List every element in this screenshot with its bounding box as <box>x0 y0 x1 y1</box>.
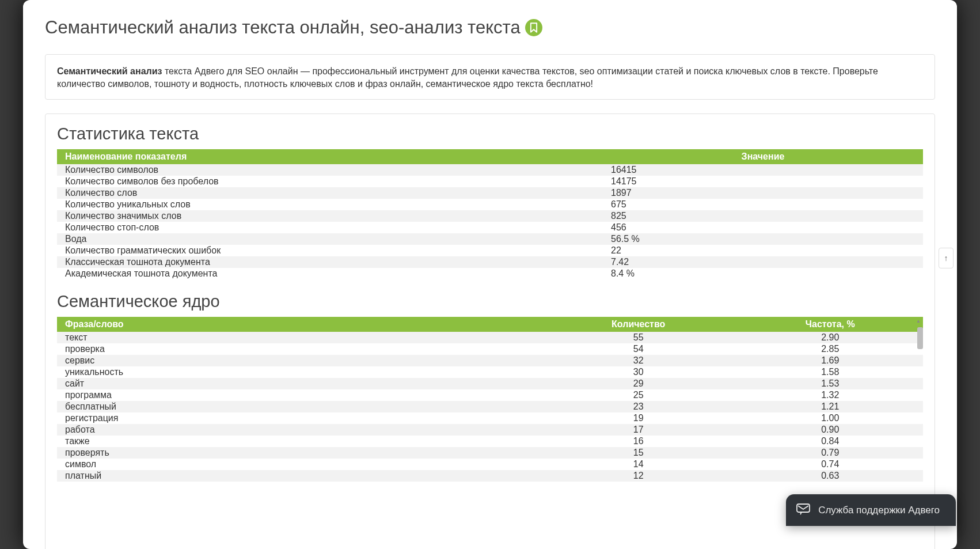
semantic-freq: 0.79 <box>737 447 923 459</box>
stats-table: Наименование показателя Значение Количес… <box>57 149 923 279</box>
stat-name: Классическая тошнота документа <box>57 256 603 268</box>
stat-name: Количество символов без пробелов <box>57 176 603 187</box>
semantic-phrase: работа <box>57 424 540 436</box>
semantic-phrase: проверять <box>57 447 540 459</box>
table-row: Количество уникальных слов675 <box>57 199 923 210</box>
semantic-count: 55 <box>540 332 737 343</box>
semantic-freq: 1.32 <box>737 389 923 401</box>
semantic-phrase: сервис <box>57 355 540 366</box>
table-row: Вода56.5 % <box>57 233 923 245</box>
stat-value: 825 <box>603 210 923 222</box>
semantic-count: 25 <box>540 389 737 401</box>
support-label: Служба поддержки Адвего <box>818 505 940 516</box>
table-row: сайт291.53 <box>57 378 923 389</box>
stat-name: Количество уникальных слов <box>57 199 603 210</box>
semantic-table: Фраза/слово Количество Частота, % текст5… <box>57 317 923 482</box>
semantic-heading: Семантическое ядро <box>57 292 923 311</box>
table-row: Количество грамматических ошибок22 <box>57 245 923 256</box>
semantic-freq: 1.69 <box>737 355 923 366</box>
table-row: регистрация191.00 <box>57 412 923 424</box>
stat-value: 16415 <box>603 164 923 176</box>
semantic-phrase: также <box>57 436 540 447</box>
stats-col-name: Наименование показателя <box>57 149 603 164</box>
table-row: проверять150.79 <box>57 447 923 459</box>
semantic-freq: 2.90 <box>737 332 923 343</box>
table-row: Классическая тошнота документа7.42 <box>57 256 923 268</box>
stat-value: 456 <box>603 222 923 233</box>
table-row: проверка542.85 <box>57 343 923 355</box>
table-row: сервис321.69 <box>57 355 923 366</box>
stat-value: 14175 <box>603 176 923 187</box>
table-row: Количество символов без пробелов14175 <box>57 176 923 187</box>
semantic-freq: 1.21 <box>737 401 923 412</box>
scroll-to-top-button[interactable]: ↑ <box>939 248 954 268</box>
semantic-phrase: бесплатный <box>57 401 540 412</box>
description-bold: Семантический анализ <box>57 66 162 76</box>
semantic-freq: 0.90 <box>737 424 923 436</box>
semantic-count: 30 <box>540 366 737 378</box>
stat-value: 1897 <box>603 187 923 199</box>
stats-col-value: Значение <box>603 149 923 164</box>
semantic-phrase: уникальность <box>57 366 540 378</box>
semantic-freq: 0.63 <box>737 470 923 482</box>
support-widget[interactable]: Служба поддержки Адвего <box>786 494 956 526</box>
stat-value: 8.4 % <box>603 268 923 279</box>
semantic-col-count[interactable]: Количество <box>540 317 737 332</box>
semantic-phrase: текст <box>57 332 540 343</box>
semantic-freq: 2.85 <box>737 343 923 355</box>
table-row: Количество слов1897 <box>57 187 923 199</box>
semantic-freq: 1.58 <box>737 366 923 378</box>
semantic-count: 29 <box>540 378 737 389</box>
stat-name: Количество слов <box>57 187 603 199</box>
stat-name: Количество грамматических ошибок <box>57 245 603 256</box>
semantic-col-freq[interactable]: Частота, % <box>737 317 923 332</box>
semantic-count: 19 <box>540 412 737 424</box>
semantic-phrase: программа <box>57 389 540 401</box>
table-row: Количество стоп-слов456 <box>57 222 923 233</box>
table-row: Количество значимых слов825 <box>57 210 923 222</box>
table-row: платный120.63 <box>57 470 923 482</box>
description-box: Семантический анализ текста Адвего для S… <box>45 54 935 100</box>
stat-value: 675 <box>603 199 923 210</box>
stat-name: Количество значимых слов <box>57 210 603 222</box>
semantic-count: 32 <box>540 355 737 366</box>
stat-value: 56.5 % <box>603 233 923 245</box>
semantic-phrase: символ <box>57 459 540 470</box>
stat-name: Количество символов <box>57 164 603 176</box>
table-row: также160.84 <box>57 436 923 447</box>
semantic-phrase: регистрация <box>57 412 540 424</box>
semantic-count: 17 <box>540 424 737 436</box>
results-card: Статистика текста Наименование показател… <box>45 113 935 549</box>
table-row: Количество символов16415 <box>57 164 923 176</box>
stat-value: 7.42 <box>603 256 923 268</box>
stats-heading: Статистика текста <box>57 124 923 143</box>
semantic-freq: 1.00 <box>737 412 923 424</box>
table-row: символ140.74 <box>57 459 923 470</box>
stat-value: 22 <box>603 245 923 256</box>
description-text: текста Адвего для SEO онлайн — профессио… <box>57 66 878 89</box>
semantic-freq: 0.74 <box>737 459 923 470</box>
svg-rect-0 <box>797 504 810 512</box>
table-row: работа170.90 <box>57 424 923 436</box>
stat-name: Количество стоп-слов <box>57 222 603 233</box>
table-row: программа251.32 <box>57 389 923 401</box>
page-frame: Семантический анализ текста онлайн, seo-… <box>23 0 957 549</box>
page-title: Семантический анализ текста онлайн, seo-… <box>45 17 521 38</box>
scroll-up-icon[interactable]: ▲ <box>914 317 923 326</box>
semantic-col-phrase[interactable]: Фраза/слово <box>57 317 540 332</box>
semantic-phrase: сайт <box>57 378 540 389</box>
table-row: бесплатный231.21 <box>57 401 923 412</box>
table-row: текст552.90 <box>57 332 923 343</box>
mail-icon <box>796 502 810 518</box>
semantic-count: 23 <box>540 401 737 412</box>
table-row: Академическая тошнота документа8.4 % <box>57 268 923 279</box>
scroll-thumb[interactable] <box>917 327 923 349</box>
semantic-freq: 0.84 <box>737 436 923 447</box>
semantic-count: 15 <box>540 447 737 459</box>
semantic-freq: 1.53 <box>737 378 923 389</box>
arrow-up-icon: ↑ <box>944 253 948 263</box>
semantic-count: 12 <box>540 470 737 482</box>
semantic-count: 14 <box>540 459 737 470</box>
bookmark-icon[interactable] <box>525 19 542 36</box>
semantic-count: 16 <box>540 436 737 447</box>
